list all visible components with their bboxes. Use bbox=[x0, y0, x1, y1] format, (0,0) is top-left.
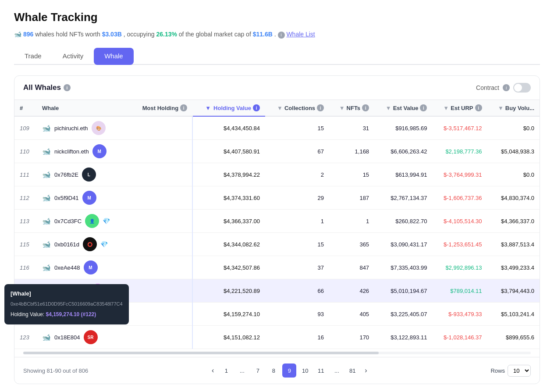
next-page-button[interactable]: › bbox=[361, 365, 370, 376]
table-row[interactable]: 111 🐋 0x76fb2E L $4,378,994.22 2 15 $613… bbox=[14, 163, 540, 186]
section-info-icon[interactable]: i bbox=[64, 84, 71, 91]
cell-num: 111 bbox=[14, 163, 37, 186]
cell-whale: 🐋 0x18E804 SR bbox=[37, 326, 131, 349]
cell-collections: 37 bbox=[265, 256, 329, 279]
cell-buy-volume: $4,830,374.0 bbox=[487, 186, 540, 210]
cell-collections: 29 bbox=[265, 186, 329, 210]
cell-most-holding bbox=[131, 233, 192, 256]
whale-list-link[interactable]: Whale List bbox=[286, 31, 315, 38]
col-est-value[interactable]: ▼ Est Value i bbox=[374, 100, 432, 116]
whale-emoji-icon: 🐋 bbox=[42, 333, 51, 342]
col-holding-value[interactable]: ▼ Holding Value i bbox=[192, 100, 265, 116]
cell-est-urp: $-933,479.33 bbox=[432, 303, 487, 326]
rows-label: Rows bbox=[490, 367, 505, 374]
pagination-info: Showing 81-90 out of 806 bbox=[23, 367, 88, 374]
contract-toggle-area: Contract i bbox=[476, 83, 531, 93]
cell-holding-value: $4,159,274.10 bbox=[192, 303, 265, 326]
tab-whale[interactable]: Whale bbox=[94, 48, 134, 65]
whale-emoji-icon: 🐋 bbox=[42, 171, 51, 179]
whale-avatar: M bbox=[82, 191, 96, 205]
cell-est-urp: $-4,105,514.30 bbox=[432, 210, 487, 233]
cell-num: 112 bbox=[14, 186, 37, 210]
cell-collections: 2 bbox=[265, 163, 329, 186]
prev-page-button[interactable]: ‹ bbox=[208, 365, 217, 376]
cell-collections: 93 bbox=[265, 303, 329, 326]
table-row[interactable]: 115 🐋 0xb0161d ⭕ 💎 $4,344,082.62 15 365 … bbox=[14, 233, 540, 256]
tab-activity[interactable]: Activity bbox=[52, 48, 94, 65]
cell-nfts: 31 bbox=[329, 116, 374, 140]
whale-avatar: L bbox=[82, 167, 96, 182]
whale-emoji-icon: 🐋 bbox=[42, 147, 51, 156]
cell-most-holding bbox=[131, 186, 192, 210]
col-collections[interactable]: ▼ Collections i bbox=[265, 100, 329, 116]
table-row[interactable]: 116 🐋 0xeAe448 M $4,342,507.86 37 847 $7… bbox=[14, 256, 540, 279]
tab-trade[interactable]: Trade bbox=[14, 48, 52, 65]
cell-most-holding bbox=[131, 256, 192, 279]
col-nfts[interactable]: ▼ NFTs i bbox=[329, 100, 374, 116]
cell-nfts: 847 bbox=[329, 256, 374, 279]
table-header-row: # Whale Most Holding i ▼ Holding Value i… bbox=[14, 100, 540, 116]
table-row[interactable]: 112 🐋 0x5f9D41 M $4,374,331.60 29 187 $2… bbox=[14, 186, 540, 210]
whale-avatar: 🎨 bbox=[92, 121, 106, 135]
cell-est-value: $3,090,431.17 bbox=[374, 233, 432, 256]
cell-est-value: $5,010,194.67 bbox=[374, 279, 432, 303]
scrollbar-thumb bbox=[23, 352, 379, 354]
whale-emoji-icon: 🐋 bbox=[42, 194, 51, 202]
whale-name: 0xeAe448 bbox=[54, 264, 80, 271]
col-buy-volume[interactable]: ▼ Buy Volu... bbox=[487, 100, 540, 116]
col-est-urp[interactable]: ▼ Est URP i bbox=[432, 100, 487, 116]
info-icon-subtitle[interactable]: i bbox=[278, 32, 285, 39]
page-81-button[interactable]: 81 bbox=[345, 363, 359, 378]
page-9-button[interactable]: 9 bbox=[282, 363, 296, 378]
col-most-holding[interactable]: Most Holding i bbox=[131, 100, 192, 116]
cell-most-holding bbox=[131, 116, 192, 140]
cell-nfts: 365 bbox=[329, 233, 374, 256]
whale-emoji-icon: 🐋 bbox=[42, 240, 51, 249]
cell-holding-value: $4,342,507.86 bbox=[192, 256, 265, 279]
cell-est-urp: $2,198,777.36 bbox=[432, 140, 487, 163]
cell-holding-value: $4,434,450.84 bbox=[192, 116, 265, 140]
tooltip-holding-label: Holding Value: $4,159,274.10 (#122) bbox=[11, 310, 123, 319]
cell-buy-volume: $3,794,443.0 bbox=[487, 279, 540, 303]
whale-avatar: SR bbox=[84, 330, 98, 344]
horizontal-scrollbar[interactable] bbox=[23, 352, 531, 354]
cell-nfts: 1,168 bbox=[329, 140, 374, 163]
page-10-button[interactable]: 10 bbox=[298, 363, 312, 378]
cell-est-urp: $-3,764,999.31 bbox=[432, 163, 487, 186]
cell-whale: 🐋 pichiruchi.eth 🎨 bbox=[37, 116, 131, 140]
whale-name: 0x7Cd3FC bbox=[54, 218, 82, 225]
col-num: # bbox=[14, 100, 37, 116]
cell-most-holding bbox=[131, 279, 192, 303]
whale-emoji-icon: 🐋 bbox=[42, 124, 51, 132]
cell-holding-value: $4,374,331.60 bbox=[192, 186, 265, 210]
cell-buy-volume: $899,655.6 bbox=[487, 326, 540, 349]
cell-collections: 16 bbox=[265, 326, 329, 349]
table-row[interactable]: 123 🐋 0x18E804 SR $4,151,082.12 16 170 $… bbox=[14, 326, 540, 349]
page-7-button[interactable]: 7 bbox=[251, 363, 265, 378]
cell-buy-volume: $0.0 bbox=[487, 116, 540, 140]
table-row[interactable]: 109 🐋 pichiruchi.eth 🎨 $4,434,450.84 15 … bbox=[14, 116, 540, 140]
cell-nfts: 426 bbox=[329, 279, 374, 303]
contract-info-icon[interactable]: i bbox=[503, 84, 510, 91]
table-row[interactable]: 110 🐋 nickclifton.eth M $4,407,580.91 67… bbox=[14, 140, 540, 163]
cell-whale: 🐋 0x5f9D41 M bbox=[37, 186, 131, 210]
subtitle: 🐋 896 whales hold NFTs worth $3.03B , oc… bbox=[14, 29, 540, 39]
table-row[interactable]: 113 🐋 0x7Cd3FC 👤 💎 $4,366,337.00 1 1 $26… bbox=[14, 210, 540, 233]
rows-select-input[interactable]: 10 25 50 bbox=[508, 365, 531, 377]
cell-num: 113 bbox=[14, 210, 37, 233]
whale-emoji-icon: 🐋 bbox=[42, 264, 51, 272]
page-1-button[interactable]: 1 bbox=[219, 363, 233, 378]
tooltip-title: [Whale] bbox=[11, 289, 123, 299]
page-8-button[interactable]: 8 bbox=[266, 363, 281, 378]
cell-whale: 🐋 nickclifton.eth M bbox=[37, 140, 131, 163]
page-title: Whale Tracking bbox=[14, 11, 540, 24]
cell-most-holding bbox=[131, 140, 192, 163]
tooltip-address: 0xe4bBCbf51e61D0D95FcC5016609aC83548l77C… bbox=[11, 300, 123, 308]
cell-whale: 🐋 0x7Cd3FC 👤 💎 bbox=[37, 210, 131, 233]
contract-toggle[interactable] bbox=[513, 83, 531, 93]
cell-est-value: $7,335,403.99 bbox=[374, 256, 432, 279]
cell-most-holding bbox=[131, 163, 192, 186]
whale-avatar: M bbox=[84, 260, 98, 274]
cell-buy-volume: $5,103,241.4 bbox=[487, 303, 540, 326]
page-11-button[interactable]: 11 bbox=[314, 363, 328, 378]
